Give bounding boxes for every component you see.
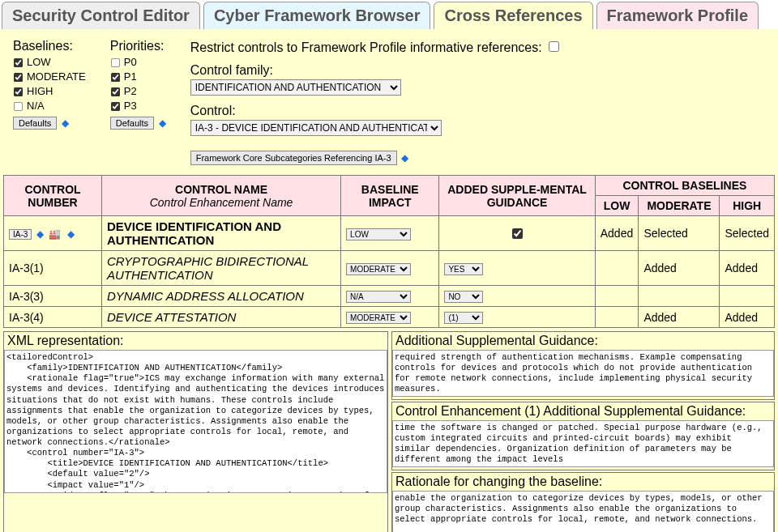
cell-low: [595, 307, 639, 328]
asg-textarea[interactable]: [392, 350, 774, 397]
priority-p0[interactable]: P0: [110, 55, 166, 70]
col-high: HIGH: [720, 196, 775, 216]
restrict-label: Restrict controls to Framework Profile i…: [190, 40, 542, 54]
col-added-supplemental: ADDED SUPPLE-MENTAL GUIDANCE: [439, 176, 595, 216]
tab-bar: Security Control Editor Cyber Framework …: [0, 0, 778, 29]
baseline-high[interactable]: HIGH: [13, 84, 86, 99]
cell-high: Added: [720, 307, 775, 328]
cell-moderate: Added: [639, 307, 720, 328]
tab-cyber-framework-browser[interactable]: Cyber Framework Browser: [203, 2, 431, 29]
table-row: IA-3 ◆ 🏭 ◆ DEVICE IDENTIFICATION AND AUT…: [4, 216, 775, 251]
priorities-defaults-button[interactable]: Defaults: [110, 117, 154, 130]
ce-title: Control Enhancement (1) Additional Suppl…: [392, 402, 774, 420]
cell-low: Added: [595, 216, 639, 251]
table-row: IA-3(3) DYNAMIC ADDRESS ALLOCATION N/A N…: [4, 286, 775, 307]
col-moderate: MODERATE: [639, 196, 720, 216]
table-row: IA-3(4) DEVICE ATTESTATION MODERATE (1) …: [4, 307, 775, 328]
xml-panel: XML representation:: [3, 331, 388, 532]
enhancement-title: DYNAMIC ADDRESS ALLOCATION: [107, 289, 304, 303]
cell-moderate: [639, 286, 720, 307]
info-diamond-icon[interactable]: ◆: [159, 117, 166, 129]
ce-asg-panel: Control Enhancement (1) Additional Suppl…: [391, 402, 775, 470]
col-baseline-impact: BASELINE IMPACT: [341, 176, 439, 216]
control-id-button[interactable]: IA-3: [9, 229, 32, 240]
rationale-panel: Rationale for changing the baseline:: [391, 472, 775, 532]
priorities-group: Priorities: P0 P1 P2 P3 Defaults ◆: [110, 39, 166, 165]
restrict-checkbox[interactable]: [549, 41, 559, 52]
info-diamond-icon[interactable]: ◆: [62, 117, 69, 129]
col-control-baselines: CONTROL BASELINES: [595, 176, 774, 196]
impact-select[interactable]: MODERATE: [346, 312, 411, 324]
enhancement-title: DEVICE ATTESTATION: [107, 310, 236, 324]
baseline-na[interactable]: N/A: [13, 99, 86, 113]
supp-select[interactable]: (1): [444, 312, 483, 324]
ce-textarea[interactable]: [392, 420, 774, 467]
control-select[interactable]: IA-3 - DEVICE IDENTIFICATION AND AUTHENT…: [190, 120, 442, 136]
tab-framework-profile[interactable]: Framework Profile: [596, 2, 759, 29]
info-diamond-icon[interactable]: ◆: [36, 228, 44, 240]
impact-select[interactable]: N/A: [346, 291, 411, 303]
enhancement-title: CRYPTOGRAPHIC BIDIRECTIONAL AUTHENTICATI…: [107, 254, 309, 282]
factory-icon[interactable]: 🏭: [49, 228, 61, 240]
filter-panel: Baselines: LOW MODERATE HIGH N/A Default…: [0, 29, 778, 172]
tab-security-control-editor[interactable]: Security Control Editor: [2, 2, 200, 29]
subcategories-button[interactable]: Framework Core Subcategories Referencing…: [190, 151, 397, 165]
col-control-number: CONTROL NUMBER: [4, 176, 102, 216]
cell-high: [720, 286, 775, 307]
control-label: Control:: [190, 104, 765, 118]
control-family-label: Control family:: [190, 63, 765, 78]
bottom-panels: XML representation: Additional Supplemen…: [0, 331, 778, 532]
priorities-label: Priorities:: [110, 39, 166, 53]
tab-cross-references[interactable]: Cross References: [434, 2, 592, 29]
cell-low: [595, 251, 639, 286]
impact-select[interactable]: MODERATE: [346, 263, 411, 275]
baseline-moderate[interactable]: MODERATE: [13, 70, 86, 84]
cell-low: [595, 286, 639, 307]
priority-p3[interactable]: P3: [110, 99, 166, 113]
asg-panel: Additional Supplemental Guidance:: [391, 331, 775, 400]
control-id: IA-3(1): [4, 251, 102, 286]
table-row: IA-3(1) CRYPTOGRAPHIC BIDIRECTIONAL AUTH…: [4, 251, 775, 286]
col-low: LOW: [595, 196, 639, 216]
info-diamond-icon[interactable]: ◆: [67, 228, 75, 240]
supp-guidance-checkbox[interactable]: [512, 228, 523, 239]
control-selectors: Restrict controls to Framework Profile i…: [190, 39, 765, 165]
impact-select[interactable]: LOW: [346, 228, 411, 240]
xml-title: XML representation:: [4, 332, 387, 350]
control-id: IA-3(4): [4, 307, 102, 328]
control-id: IA-3(3): [4, 286, 102, 307]
baselines-label: Baselines:: [13, 39, 86, 53]
xml-textarea[interactable]: [4, 350, 387, 493]
restrict-row: Restrict controls to Framework Profile i…: [190, 39, 765, 55]
controls-table: CONTROL NUMBER CONTROL NAME Control Enha…: [3, 175, 775, 328]
cell-moderate: Selected: [639, 216, 720, 251]
priority-p2[interactable]: P2: [110, 84, 166, 99]
control-title: DEVICE IDENTIFICATION AND AUTHENTICATION: [107, 219, 281, 247]
cell-high: Selected: [720, 216, 775, 251]
col-control-name: CONTROL NAME Control Enhancement Name: [102, 176, 341, 216]
cell-high: Added: [720, 251, 775, 286]
supp-select[interactable]: YES: [444, 263, 483, 275]
cell-moderate: Added: [639, 251, 720, 286]
asg-title: Additional Supplemental Guidance:: [392, 332, 774, 350]
baseline-low[interactable]: LOW: [13, 55, 86, 70]
rationale-title: Rationale for changing the baseline:: [392, 473, 774, 491]
rationale-textarea[interactable]: [392, 491, 774, 532]
control-family-select[interactable]: IDENTIFICATION AND AUTHENTICATION: [190, 79, 401, 96]
baselines-defaults-button[interactable]: Defaults: [13, 117, 57, 130]
baselines-group: Baselines: LOW MODERATE HIGH N/A Default…: [13, 39, 86, 165]
info-diamond-icon[interactable]: ◆: [401, 152, 408, 164]
priority-p1[interactable]: P1: [110, 70, 166, 84]
supp-select[interactable]: NO: [444, 291, 483, 303]
